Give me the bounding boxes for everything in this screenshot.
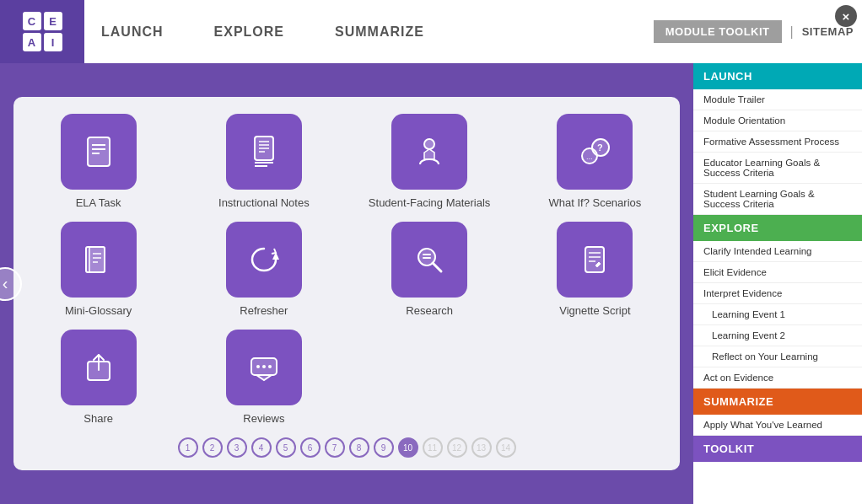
page-9[interactable]: 9 bbox=[374, 437, 394, 458]
top-navigation: C E A I LAUNCH EXPLORE SUMMARIZE MODULE … bbox=[0, 0, 862, 63]
list-item[interactable]: ? ... What If? Scenarios bbox=[519, 114, 671, 209]
grid-container: ‹ ELA Task bbox=[13, 97, 680, 470]
nav-launch[interactable]: LAUNCH bbox=[101, 24, 164, 40]
share-icon bbox=[61, 330, 137, 405]
nav-right: MODULE TOOLKIT | SITEMAP bbox=[654, 20, 862, 43]
share-label: Share bbox=[84, 412, 113, 425]
sitemap-link[interactable]: SITEMAP bbox=[802, 25, 854, 38]
page-13[interactable]: 13 bbox=[471, 437, 492, 458]
page-3[interactable]: 3 bbox=[227, 437, 247, 458]
main-area: ‹ ELA Task bbox=[0, 63, 862, 504]
svg-rect-17 bbox=[89, 247, 105, 272]
svg-rect-24 bbox=[423, 254, 431, 255]
list-item[interactable]: Student-Facing Materials bbox=[353, 114, 506, 209]
nav-explore[interactable]: EXPLORE bbox=[214, 24, 284, 40]
page-5[interactable]: 5 bbox=[276, 437, 296, 458]
what-if-label: What If? Scenarios bbox=[548, 196, 641, 209]
sidebar-item-apply[interactable]: Apply What You've Learned bbox=[693, 415, 862, 436]
list-item[interactable]: Refresher bbox=[187, 222, 340, 317]
sidebar-item-formative-assessment[interactable]: Formative Assessment Process bbox=[693, 131, 862, 153]
student-facing-label: Student-Facing Materials bbox=[369, 196, 491, 209]
logo-cell-i: I bbox=[44, 33, 62, 51]
ela-task-label: ELA Task bbox=[76, 196, 121, 209]
svg-point-33 bbox=[262, 365, 266, 368]
sidebar-item-educator-learning[interactable]: Educator Learning Goals & Success Criter… bbox=[693, 153, 862, 184]
svg-rect-26 bbox=[585, 247, 604, 272]
right-sidebar: LAUNCH Module Trailer Module Orientation… bbox=[693, 63, 862, 504]
reviews-label: Reviews bbox=[243, 412, 284, 425]
list-item[interactable]: Research bbox=[353, 222, 506, 317]
what-if-icon: ? ... bbox=[557, 114, 633, 190]
svg-line-23 bbox=[433, 263, 441, 271]
logo-cell-a: A bbox=[23, 33, 41, 51]
svg-rect-0 bbox=[88, 137, 110, 166]
nav-links: LAUNCH EXPLORE SUMMARIZE bbox=[84, 24, 654, 40]
ela-task-icon bbox=[61, 114, 137, 190]
sidebar-item-act-on-evidence[interactable]: Act on Evidence bbox=[693, 367, 862, 389]
svg-text:...: ... bbox=[586, 153, 593, 161]
svg-point-32 bbox=[256, 365, 260, 368]
list-item[interactable]: Reviews bbox=[187, 330, 340, 425]
sidebar-item-learning-event-2[interactable]: Learning Event 2 bbox=[693, 325, 862, 346]
page-10[interactable]: 10 bbox=[398, 437, 418, 458]
mini-glossary-icon bbox=[61, 222, 137, 298]
pagination: 1 2 3 4 5 6 7 8 9 10 11 12 13 14 bbox=[22, 437, 671, 458]
left-panel: ‹ ELA Task bbox=[0, 63, 693, 504]
page-2[interactable]: 2 bbox=[202, 437, 223, 458]
reviews-icon bbox=[226, 330, 302, 405]
svg-point-11 bbox=[424, 139, 434, 149]
page-8[interactable]: 8 bbox=[349, 437, 369, 458]
logo: C E A I bbox=[0, 0, 84, 63]
prev-button[interactable]: ‹ bbox=[0, 267, 22, 301]
list-item[interactable]: ELA Task bbox=[22, 114, 175, 209]
page-6[interactable]: 6 bbox=[300, 437, 321, 458]
page-4[interactable]: 4 bbox=[251, 437, 272, 458]
sidebar-section-toolkit: TOOLKIT bbox=[693, 436, 862, 462]
logo-cell-c: C bbox=[23, 12, 41, 30]
sidebar-item-student-learning[interactable]: Student Learning Goals & Success Criteri… bbox=[693, 184, 862, 215]
page-14[interactable]: 14 bbox=[496, 437, 516, 458]
research-label: Research bbox=[406, 304, 453, 317]
svg-text:?: ? bbox=[597, 142, 603, 153]
instructional-notes-icon bbox=[226, 114, 302, 190]
sidebar-item-clarify[interactable]: Clarify Intended Learning bbox=[693, 241, 862, 262]
sidebar-item-interpret[interactable]: Interpret Evidence bbox=[693, 283, 862, 304]
vignette-script-icon bbox=[557, 222, 633, 298]
sidebar-section-summarize: SUMMARIZE bbox=[693, 389, 862, 415]
page-12[interactable]: 12 bbox=[447, 437, 467, 458]
sidebar-item-module-orientation[interactable]: Module Orientation bbox=[693, 110, 862, 131]
list-item[interactable]: Mini-Glossary bbox=[22, 222, 175, 317]
nav-summarize[interactable]: SUMMARIZE bbox=[335, 24, 424, 40]
sidebar-section-explore: EXPLORE bbox=[693, 215, 862, 241]
student-facing-icon bbox=[391, 114, 467, 190]
instructional-notes-label: Instructional Notes bbox=[218, 196, 310, 209]
icon-grid: ELA Task Instructi bbox=[22, 114, 671, 425]
sidebar-item-learning-event-1[interactable]: Learning Event 1 bbox=[693, 304, 862, 325]
module-toolkit-button[interactable]: MODULE TOOLKIT bbox=[654, 20, 782, 43]
page-1[interactable]: 1 bbox=[178, 437, 198, 458]
logo-grid: C E A I bbox=[23, 12, 62, 51]
list-item[interactable]: Instructional Notes bbox=[187, 114, 340, 209]
sidebar-item-reflect[interactable]: Reflect on Your Learning bbox=[693, 346, 862, 367]
refresher-icon bbox=[226, 222, 302, 298]
vignette-script-label: Vignette Script bbox=[559, 304, 630, 317]
page-11[interactable]: 11 bbox=[423, 437, 443, 458]
list-item[interactable]: Vignette Script bbox=[519, 222, 671, 317]
sidebar-item-module-trailer[interactable]: Module Trailer bbox=[693, 89, 862, 110]
svg-point-34 bbox=[268, 365, 272, 368]
close-button[interactable]: × bbox=[835, 5, 857, 27]
nav-divider: | bbox=[790, 24, 794, 40]
research-icon bbox=[391, 222, 467, 298]
mini-glossary-label: Mini-Glossary bbox=[65, 304, 132, 317]
logo-cell-e: E bbox=[44, 12, 62, 30]
sidebar-item-elicit[interactable]: Elicit Evidence bbox=[693, 262, 862, 283]
svg-rect-25 bbox=[423, 257, 431, 259]
page-7[interactable]: 7 bbox=[325, 437, 345, 458]
list-item[interactable]: Share bbox=[22, 330, 175, 425]
sidebar-section-launch: LAUNCH bbox=[693, 63, 862, 89]
refresher-label: Refresher bbox=[240, 304, 288, 317]
